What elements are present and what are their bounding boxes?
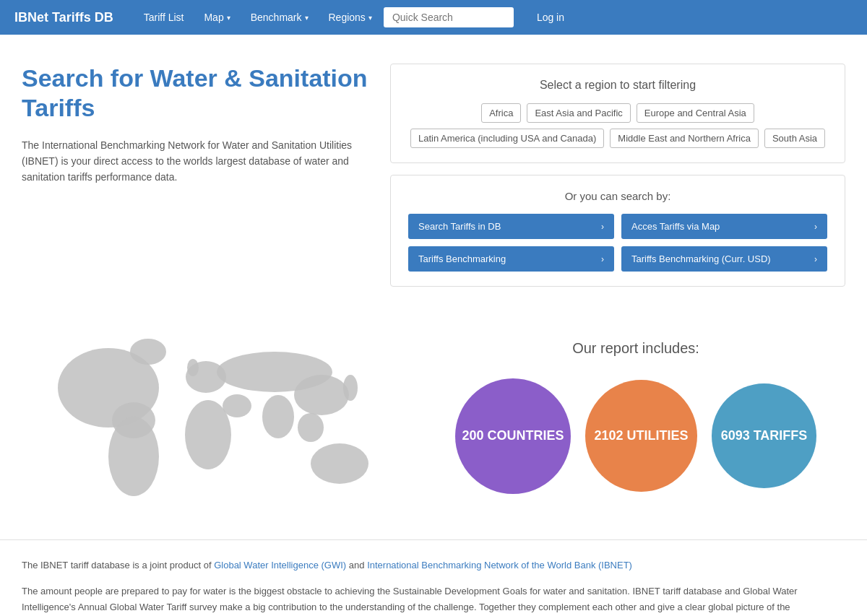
arrow-icon: › [814, 254, 817, 264]
svg-point-12 [130, 339, 166, 365]
search-options-title: Or you can search by: [408, 190, 827, 202]
gwi-link[interactable]: Global Water Intelligence (GWI) [214, 560, 346, 571]
access-tariffs-map-button[interactable]: Acces Tariffs via Map › [621, 214, 827, 239]
svg-point-13 [187, 359, 199, 376]
regions-dropdown-arrow: ▾ [368, 14, 372, 22]
region-tag-middle-east[interactable]: Middle East and Northern Africa [610, 129, 759, 148]
arrow-icon: › [814, 222, 817, 232]
region-filter-box: Select a region to start filtering Afric… [390, 64, 845, 163]
svg-point-9 [294, 375, 349, 415]
page-description: The International Benchmarking Network f… [22, 137, 354, 186]
utilities-circle: 2102 UTILITIES [585, 380, 697, 492]
hero-section: Search for Water & Sanitation Tariffs Th… [22, 64, 368, 287]
footer-paragraph-2: The amount people are prepared to pay fo… [22, 584, 802, 616]
region-tag-east-asia[interactable]: East Asia and Pacific [527, 103, 630, 123]
svg-point-2 [108, 417, 159, 496]
ibnet-link[interactable]: International Benchmarking Network of th… [367, 560, 632, 571]
search-options-box: Or you can search by: Search Tariffs in … [390, 175, 845, 287]
svg-point-8 [298, 413, 324, 442]
stats-section: Our report includes: 200 COUNTRIES 2102 … [0, 308, 867, 539]
nav-tariff-list[interactable]: Tariff List [135, 7, 193, 27]
search-input[interactable] [384, 7, 514, 27]
nav-map[interactable]: Map ▾ [195, 7, 238, 27]
footer-section: The IBNET tariff database is a joint pro… [0, 540, 824, 616]
site-brand[interactable]: IBNet Tariffs DB [14, 10, 113, 25]
tariffs-benchmarking-usd-button[interactable]: Tariffs Benchmarking (Curr. USD) › [621, 246, 827, 272]
tariffs-circle: 6093 TARIFFS [712, 383, 816, 488]
tariffs-benchmarking-button[interactable]: Tariffs Benchmarking › [408, 246, 614, 272]
world-map-svg [22, 323, 397, 511]
login-button[interactable]: Log in [528, 7, 573, 27]
navbar: IBNet Tariffs DB Tariff List Map ▾ Bench… [0, 0, 867, 35]
stats-title: Our report includes: [426, 340, 845, 357]
search-buttons-grid: Search Tariffs in DB › Acces Tariffs via… [408, 214, 827, 272]
nav-benchmark[interactable]: Benchmark ▾ [242, 7, 317, 27]
nav-links: Tariff List Map ▾ Benchmark ▾ Regions ▾ … [135, 7, 853, 27]
arrow-icon: › [601, 222, 604, 232]
world-map [22, 323, 397, 511]
countries-circle: 200 COUNTRIES [455, 378, 571, 494]
svg-point-7 [262, 395, 294, 438]
footer-paragraph-1: The IBNET tariff database is a joint pro… [22, 558, 802, 573]
region-tags-container: Africa East Asia and Pacific Europe and … [408, 103, 827, 148]
svg-point-10 [343, 375, 358, 401]
main-content: Search for Water & Sanitation Tariffs Th… [0, 35, 867, 308]
circles-container: 200 COUNTRIES 2102 UTILITIES 6093 TARIFF… [426, 378, 845, 494]
search-tariffs-db-button[interactable]: Search Tariffs in DB › [408, 214, 614, 239]
page-title: Search for Water & Sanitation Tariffs [22, 64, 368, 123]
nav-regions[interactable]: Regions ▾ [320, 7, 381, 27]
svg-point-11 [311, 443, 368, 484]
region-tag-africa[interactable]: Africa [481, 103, 521, 123]
stats-container: Our report includes: 200 COUNTRIES 2102 … [426, 340, 845, 494]
map-dropdown-arrow: ▾ [227, 14, 230, 22]
region-tag-europe[interactable]: Europe and Central Asia [637, 103, 754, 123]
svg-point-5 [223, 394, 251, 417]
arrow-icon: › [601, 254, 604, 264]
benchmark-dropdown-arrow: ▾ [305, 14, 309, 22]
region-tag-latin-america[interactable]: Latin America (including USA and Canada) [410, 129, 604, 148]
filter-section: Select a region to start filtering Afric… [390, 64, 845, 287]
region-filter-title: Select a region to start filtering [408, 79, 827, 92]
region-tag-south-asia[interactable]: South Asia [764, 129, 825, 148]
